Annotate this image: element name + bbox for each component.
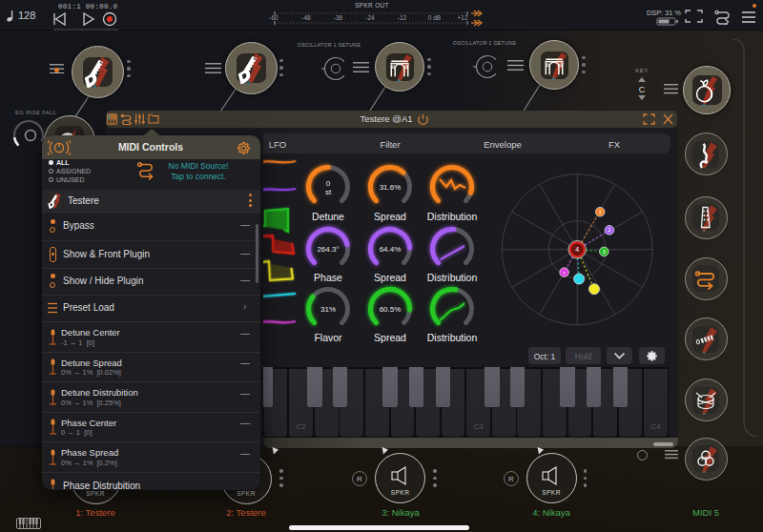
svg-text:1: 1	[599, 209, 602, 215]
svg-text:3: 3	[603, 249, 606, 255]
svg-text:C: C	[639, 85, 646, 94]
svg-text:4: 4	[575, 246, 579, 253]
svg-text:r: r	[564, 270, 566, 276]
svg-text:2: 2	[608, 227, 610, 233]
